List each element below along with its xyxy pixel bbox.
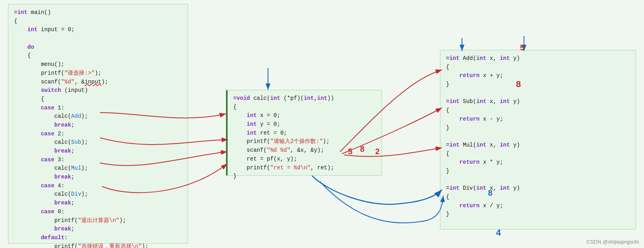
watermark: CSDN @shijiaqingsnfx (586, 239, 639, 245)
code-line (446, 132, 630, 141)
code-line (446, 176, 630, 185)
code-line: =void calc(int (*pf)(int,int)) (233, 94, 376, 103)
code-line: =int Add(int x, int y) (446, 54, 630, 63)
annotation-2: 2 (375, 147, 380, 156)
code-line (14, 34, 182, 43)
code-line: =int Div(int x, int y) (446, 184, 630, 193)
annotation-8-blue: 8 (488, 188, 492, 198)
code-line: { (446, 63, 630, 72)
annotation-5-1: 5 (348, 147, 352, 156)
code-line: break; (14, 121, 182, 130)
code-line: scanf("%d", &input); (14, 78, 182, 87)
functions-code-panel: =int Add(int x, int y) { return x + y; }… (440, 50, 636, 230)
code-line: int input = 0; (14, 26, 182, 34)
code-line: printf("退出计算器\n"); (14, 216, 182, 225)
code-line: } (233, 172, 376, 181)
code-line: case 0: (14, 208, 182, 216)
code-line: printf("请选择:>"); (14, 69, 182, 78)
code-line: =int Sub(int x, int y) (446, 97, 630, 106)
code-line: { (14, 52, 182, 60)
code-line: break; (14, 199, 182, 208)
code-line: return x / y; (446, 202, 630, 210)
code-line: ret = pf(x, y); (233, 155, 376, 164)
code-line: } (446, 167, 630, 176)
code-line: int y = 0; (233, 120, 376, 129)
code-line: { (14, 95, 182, 104)
code-line: { (446, 193, 630, 202)
code-line: case 4: (14, 182, 182, 190)
blue-arrow-long-div (320, 182, 443, 223)
annotation-8-2: 8 (516, 79, 521, 89)
code-line: break; (14, 225, 182, 234)
code-line: break; (14, 173, 182, 182)
code-line: int ret = 0; (233, 129, 376, 138)
annotation-8: 8 (360, 145, 364, 154)
code-line: int x = 0; (233, 111, 376, 120)
code-line: =int Mul(int x, int y) (446, 141, 630, 150)
code-line: do (14, 43, 182, 52)
code-line: case 3: (14, 156, 182, 165)
code-line: switch (input) (14, 86, 182, 95)
code-line: } (446, 210, 630, 219)
code-line: calc(Sub); (14, 138, 182, 147)
code-line: printf("请输入2个操作数:"); (233, 137, 376, 146)
code-line: break; (14, 147, 182, 156)
code-line: return x * y; (446, 158, 630, 167)
main-code-panel: =int main() { int input = 0; do { menu()… (8, 4, 188, 244)
code-line: { (446, 150, 630, 159)
annotation-5-2: 5 (520, 43, 524, 52)
code-line: return x + y; (446, 71, 630, 80)
code-line: return x - y; (446, 115, 630, 124)
code-line: { (14, 17, 182, 26)
code-line: printf("ret = %d\n", ret); (233, 164, 376, 173)
code-line: calc(Mul); (14, 164, 182, 173)
code-line: calc(Add); (14, 112, 182, 121)
calc-code-panel: =void calc(int (*pf)(int,int)) { int x =… (226, 90, 382, 176)
code-line: menu(); (14, 60, 182, 69)
code-line: { (446, 106, 630, 115)
annotation-4: 4 (496, 228, 501, 238)
code-line: } (446, 124, 630, 133)
code-line: =int main() (14, 8, 182, 17)
code-line (446, 89, 630, 98)
code-line: default: (14, 234, 182, 242)
code-line: calc(Div); (14, 190, 182, 199)
code-line: printf("选择错误，重新选择\n"); (14, 242, 182, 248)
code-line: } (446, 80, 630, 89)
code-line: scanf("%d %d", &x, &y); (233, 146, 376, 155)
code-line: case 1: (14, 104, 182, 113)
code-line: { (233, 103, 376, 112)
code-line: case 2: (14, 130, 182, 139)
